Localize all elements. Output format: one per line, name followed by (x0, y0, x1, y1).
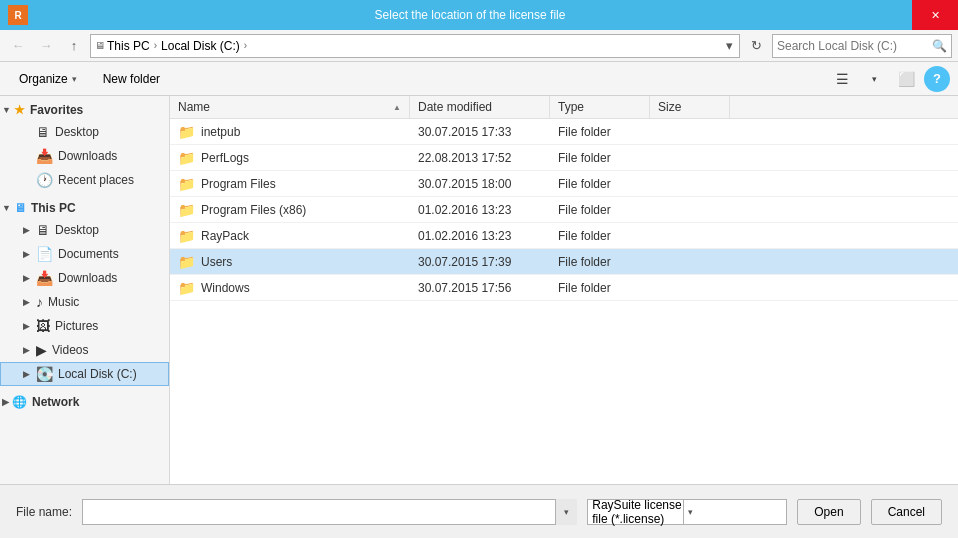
table-row[interactable]: 📁 RayPack 01.02.2016 13:23 File folder (170, 223, 958, 249)
file-date: 30.07.2015 18:00 (410, 175, 550, 193)
col-header-type[interactable]: Type (550, 96, 650, 118)
file-size (650, 156, 730, 160)
refresh-button[interactable]: ↻ (744, 34, 768, 58)
item-icon: 📥 (36, 270, 53, 286)
help-button[interactable]: ? (924, 66, 950, 92)
dialog-title: Select the location of the license file (28, 8, 912, 22)
file-type: File folder (550, 149, 650, 167)
file-name: inetpub (201, 125, 240, 139)
organize-dropdown-arrow: ▾ (72, 74, 77, 84)
address-bar[interactable]: 🖥 This PC › Local Disk (C:) › ▾ (90, 34, 740, 58)
sidebar-item-music[interactable]: ▶ ♪ Music (0, 290, 169, 314)
file-list-header: Name ▲ Date modified Type Size (170, 96, 958, 119)
file-type: File folder (550, 227, 650, 245)
table-row[interactable]: 📁 Windows 30.07.2015 17:56 File folder (170, 275, 958, 301)
file-name: Program Files (201, 177, 276, 191)
file-list-area: Name ▲ Date modified Type Size 📁 inetpub… (170, 96, 958, 484)
sidebar-item-downloads-pc[interactable]: ▶ 📥 Downloads (0, 266, 169, 290)
app-icon: R (8, 5, 28, 25)
folder-icon: 📁 (178, 124, 195, 140)
sidebar-item-videos[interactable]: ▶ ▶ Videos (0, 338, 169, 362)
file-date: 22.08.2013 17:52 (410, 149, 550, 167)
this-pc-section[interactable]: ▼ 🖥 This PC (0, 198, 169, 218)
title-bar: R Select the location of the license fil… (0, 0, 958, 30)
item-icon: 📄 (36, 246, 53, 262)
file-date: 01.02.2016 13:23 (410, 227, 550, 245)
window-controls: ✕ (912, 0, 958, 30)
breadcrumb-local-disk[interactable]: Local Disk (C:) (161, 39, 240, 53)
file-name: Program Files (x86) (201, 203, 306, 217)
sidebar-item-local-disk[interactable]: ▶ 💽 Local Disk (C:) (0, 362, 169, 386)
file-type: File folder (550, 175, 650, 193)
file-size (650, 234, 730, 238)
network-section[interactable]: ▶ 🌐 Network (0, 392, 169, 412)
item-icon: 🖥 (36, 222, 50, 238)
view-details-button[interactable]: ☰ (828, 66, 856, 92)
sidebar-item-recent-places[interactable]: 🕐 Recent places (0, 168, 169, 192)
file-date: 30.07.2015 17:56 (410, 279, 550, 297)
folder-icon: 📁 (178, 280, 195, 296)
breadcrumb-sep-1: › (154, 40, 157, 51)
this-pc-icon: 🖥 (14, 201, 26, 215)
filetype-select[interactable]: RaySuite license file (*.license) ▾ (587, 499, 787, 525)
close-button[interactable]: ✕ (912, 0, 958, 30)
file-date: 30.07.2015 17:33 (410, 123, 550, 141)
network-chevron: ▶ (2, 397, 9, 407)
name-sort-arrow: ▲ (393, 103, 401, 112)
sidebar-item-pictures[interactable]: ▶ 🖼 Pictures (0, 314, 169, 338)
computer-icon: 🖥 (95, 40, 105, 51)
expand-arrow: ▶ (23, 297, 33, 307)
sidebar-item-desktop-pc[interactable]: ▶ 🖥 Desktop (0, 218, 169, 242)
bottom-bar: File name: ▾ RaySuite license file (*.li… (0, 484, 958, 538)
favorites-section[interactable]: ▼ ★ Favorites (0, 100, 169, 120)
breadcrumb-sep-2: › (244, 40, 247, 51)
address-dropdown-btn[interactable]: ▾ (724, 38, 735, 53)
cancel-button[interactable]: Cancel (871, 499, 942, 525)
file-name: Users (201, 255, 232, 269)
item-icon: ▶ (36, 342, 47, 358)
view-dropdown-button[interactable]: ▾ (860, 66, 888, 92)
open-button[interactable]: Open (797, 499, 860, 525)
sidebar-item-downloads-fav[interactable]: 📥 Downloads (0, 144, 169, 168)
file-type: File folder (550, 201, 650, 219)
sidebar: ▼ ★ Favorites 🖥 Desktop 📥 Downloads 🕐 Re… (0, 96, 170, 484)
table-row[interactable]: 📁 Program Files (x86) 01.02.2016 13:23 F… (170, 197, 958, 223)
forward-button[interactable]: → (34, 34, 58, 58)
table-row[interactable]: 📁 Users 30.07.2015 17:39 File folder (170, 249, 958, 275)
file-type: File folder (550, 123, 650, 141)
table-row[interactable]: 📁 inetpub 30.07.2015 17:33 File folder (170, 119, 958, 145)
new-folder-button[interactable]: New folder (92, 66, 171, 92)
back-button[interactable]: ← (6, 34, 30, 58)
filename-dropdown-btn[interactable]: ▾ (555, 499, 577, 525)
sidebar-item-desktop-fav[interactable]: 🖥 Desktop (0, 120, 169, 144)
col-header-date[interactable]: Date modified (410, 96, 550, 118)
file-size (650, 130, 730, 134)
filename-input[interactable] (82, 499, 577, 525)
network-icon: 🌐 (12, 395, 27, 409)
table-row[interactable]: 📁 Program Files 30.07.2015 18:00 File fo… (170, 171, 958, 197)
pc-items: ▶ 🖥 Desktop▶ 📄 Documents▶ 📥 Downloads▶ ♪… (0, 218, 169, 386)
item-icon: 💽 (36, 366, 53, 382)
folder-icon: 📁 (178, 176, 195, 192)
favorites-star-icon: ★ (14, 103, 25, 117)
item-icon: ♪ (36, 294, 43, 310)
breadcrumb-this-pc[interactable]: This PC (107, 39, 150, 53)
col-header-name[interactable]: Name ▲ (170, 96, 410, 118)
filename-input-container: ▾ (82, 499, 577, 525)
favorites-items: 🖥 Desktop 📥 Downloads 🕐 Recent places (0, 120, 169, 192)
table-row[interactable]: 📁 PerfLogs 22.08.2013 17:52 File folder (170, 145, 958, 171)
expand-arrow: ▶ (23, 321, 33, 331)
file-name: PerfLogs (201, 151, 249, 165)
up-button[interactable]: ↑ (62, 34, 86, 58)
this-pc-chevron: ▼ (2, 203, 11, 213)
folder-icon: 📁 (178, 228, 195, 244)
sidebar-item-documents[interactable]: ▶ 📄 Documents (0, 242, 169, 266)
item-icon: 🖼 (36, 318, 50, 334)
col-header-size[interactable]: Size (650, 96, 730, 118)
search-input[interactable] (777, 39, 932, 53)
preview-pane-button[interactable]: ⬜ (892, 66, 920, 92)
organize-button[interactable]: Organize ▾ (8, 66, 88, 92)
folder-icon: 📥 (36, 148, 53, 164)
filetype-label: RaySuite license file (*.license) (592, 498, 683, 526)
file-rows: 📁 inetpub 30.07.2015 17:33 File folder 📁… (170, 119, 958, 301)
